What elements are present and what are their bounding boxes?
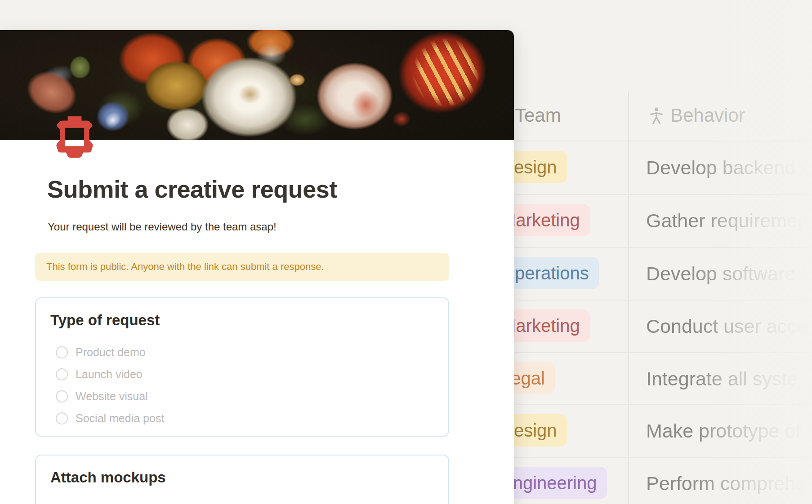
public-notice-text: This form is public. Anyone with the lin… (46, 261, 324, 273)
form-subtitle: Your request will be reviewed by the tea… (48, 221, 277, 233)
cover-butterfly (287, 72, 308, 88)
question-card-attach-mockups: Attach mockups (35, 455, 449, 504)
cover-berries (388, 107, 415, 131)
radio-option-list: Product demo Launch video Website visual… (56, 341, 164, 429)
radio-circle-icon[interactable] (56, 390, 68, 402)
radio-option-product-demo[interactable]: Product demo (56, 341, 164, 363)
radio-option-label: Launch video (76, 368, 143, 381)
cover-rose-streak (345, 83, 387, 127)
column-divider (628, 93, 629, 504)
radio-option-label: Website visual (76, 390, 148, 403)
right-edge-fade (709, 0, 812, 504)
radio-option-social-media-post[interactable]: Social media post (56, 407, 164, 429)
form-panel: Submit a creative request Your request w… (0, 30, 514, 504)
question-card-type-of-request: Type of request Product demo Launch vide… (35, 297, 449, 437)
public-notice-banner: This form is public. Anyone with the lin… (35, 253, 449, 281)
radio-option-launch-video[interactable]: Launch video (56, 363, 164, 385)
radio-circle-icon[interactable] (56, 346, 68, 358)
person-icon (649, 107, 664, 124)
frame-icon[interactable] (53, 116, 96, 158)
cover-green-bud (67, 53, 93, 81)
radio-option-website-visual[interactable]: Website visual (56, 385, 164, 407)
radio-circle-icon[interactable] (56, 368, 68, 380)
screenshot-root: Team Behavior Design Marketing Operation… (0, 0, 812, 504)
radio-option-label: Social media post (76, 412, 164, 425)
radio-option-label: Product demo (76, 346, 146, 359)
team-column-label: Team (515, 105, 561, 126)
radio-circle-icon[interactable] (56, 412, 68, 424)
team-column-header[interactable]: Team (515, 105, 561, 126)
cover-rose-center (234, 80, 266, 108)
form-title: Submit a creative request (47, 175, 337, 204)
question-title: Type of request (50, 312, 160, 329)
question-title: Attach mockups (50, 469, 166, 486)
